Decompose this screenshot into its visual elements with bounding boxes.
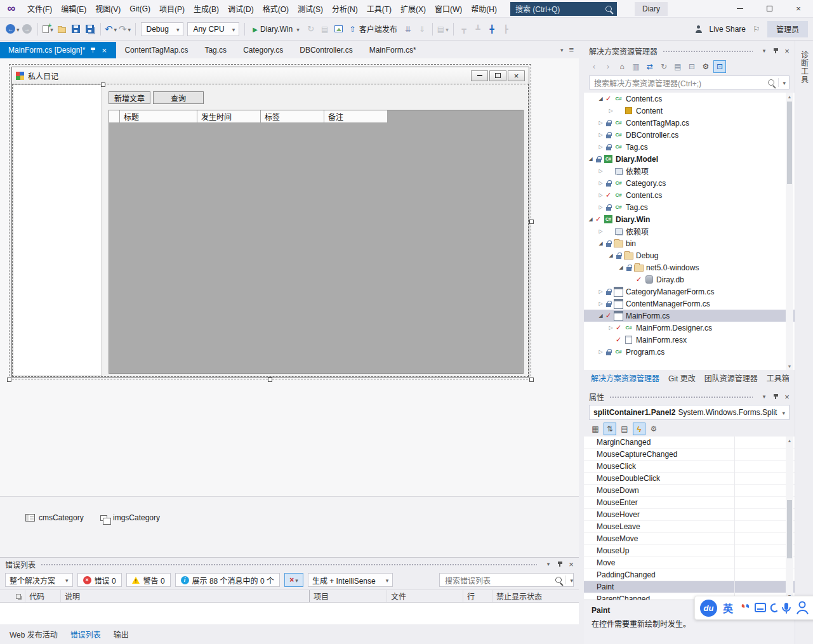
expander-icon[interactable]: [597, 240, 605, 246]
tree-item[interactable]: bin: [584, 237, 795, 249]
expander-icon[interactable]: [597, 204, 605, 210]
tree-item[interactable]: 依赖项: [584, 165, 795, 177]
pin-icon[interactable]: [770, 46, 781, 56]
error-list-search-box[interactable]: 搜索错误列表: [439, 573, 574, 587]
save-all-button[interactable]: [84, 22, 96, 37]
expander-icon[interactable]: [597, 228, 605, 234]
sync-with-active-document-icon[interactable]: ⇄: [644, 60, 656, 73]
event-row[interactable]: PaddingChanged: [584, 569, 795, 581]
close-icon[interactable]: [782, 46, 792, 56]
object-selector-dropdown[interactable]: splitContainer1.Panel2 System.Windows.Fo…: [589, 405, 790, 420]
show-all-files-icon[interactable]: ▤: [671, 60, 684, 73]
person-icon[interactable]: [800, 602, 805, 608]
scroll-up-icon[interactable]: ▲: [788, 93, 792, 100]
scope-dropdown[interactable]: 整个解决方案: [5, 573, 73, 587]
navigate-back-button[interactable]: ←: [6, 22, 20, 37]
refresh-icon[interactable]: ↻: [658, 60, 670, 73]
severity-column-header[interactable]: [0, 590, 25, 602]
expander-icon[interactable]: [607, 108, 615, 114]
navigate-forward-button[interactable]: →: [21, 22, 34, 37]
align-bottoms-button[interactable]: [472, 22, 484, 37]
tree-item[interactable]: Debug: [584, 249, 795, 261]
tree-item[interactable]: Tag.cs: [584, 201, 795, 213]
expander-icon[interactable]: [597, 180, 605, 186]
diagnostic-tools-tab[interactable]: 诊断工具: [799, 51, 810, 84]
split-panel-1[interactable]: [13, 84, 102, 376]
tree-item[interactable]: MainForm.Designer.cs: [584, 322, 795, 334]
tree-item[interactable]: Content.cs: [584, 93, 795, 105]
virtual-keyboard-icon[interactable]: [755, 603, 765, 612]
scrollbar-thumb[interactable]: [787, 102, 792, 184]
menu-item[interactable]: 视图(V): [91, 0, 125, 17]
error-list-body[interactable]: [0, 603, 579, 624]
document-tab[interactable]: MainForm.cs*: [361, 42, 425, 58]
expander-icon[interactable]: [597, 168, 605, 174]
events-view-icon[interactable]: [633, 423, 645, 435]
query-button[interactable]: 查询: [153, 91, 204, 104]
tree-item[interactable]: Diary.Win: [584, 213, 795, 225]
find-in-files-button[interactable]: [437, 22, 449, 37]
chevron-down-icon[interactable]: [570, 575, 573, 584]
close-icon[interactable]: [100, 46, 108, 55]
menu-item[interactable]: 帮助(H): [466, 0, 501, 17]
quote-icon[interactable]: [746, 604, 750, 608]
alphabetical-view-icon[interactable]: [604, 423, 616, 435]
hot-reload-button[interactable]: [305, 22, 317, 37]
expander-icon[interactable]: [617, 265, 625, 270]
save-button[interactable]: [70, 22, 83, 37]
quick-search-box[interactable]: 搜索 (Ctrl+Q): [510, 2, 617, 16]
platform-dropdown[interactable]: Any CPU: [187, 22, 239, 36]
tree-item[interactable]: 依赖项: [584, 225, 795, 237]
tree-item[interactable]: Tag.cs: [584, 141, 795, 153]
tree-scrollbar[interactable]: ▲ ▼: [786, 93, 793, 370]
tree-item[interactable]: Program.cs: [584, 346, 795, 358]
scrollbar-thumb[interactable]: [787, 500, 792, 558]
add-article-button[interactable]: 新增文章: [109, 91, 150, 104]
expander-icon[interactable]: [597, 144, 605, 150]
grid-column-divider[interactable]: [734, 437, 735, 600]
column-header[interactable]: 项目: [310, 590, 387, 602]
live-share-button[interactable]: [692, 22, 705, 37]
resize-handle-bottom-right[interactable]: [529, 378, 534, 382]
messages-filter-button[interactable]: i展示 88 个消息中的 0 个: [175, 573, 280, 587]
expander-icon[interactable]: [597, 301, 605, 306]
event-row[interactable]: MouseLeave: [584, 521, 795, 533]
expander-icon[interactable]: [597, 132, 605, 138]
active-files-dropdown-icon[interactable]: [560, 45, 564, 54]
menu-item[interactable]: 窗口(W): [430, 0, 466, 17]
maximize-button[interactable]: [755, 0, 784, 17]
splitter-handle[interactable]: [101, 82, 105, 87]
split-container[interactable]: 新增文章 查询 标题发生时间标签备注: [12, 84, 529, 377]
menu-item[interactable]: 项目(P): [155, 0, 189, 17]
column-header[interactable]: 代码: [25, 590, 61, 602]
menu-item[interactable]: 格式(O): [258, 0, 293, 17]
scroll-up-icon[interactable]: ▲: [788, 437, 792, 444]
expander-icon[interactable]: [597, 192, 605, 198]
column-header[interactable]: 禁止显示状态: [492, 590, 579, 602]
expander-icon[interactable]: [597, 96, 605, 102]
tool-window-tab[interactable]: Git 更改: [664, 370, 700, 385]
expander-icon[interactable]: [597, 120, 605, 126]
winforms-designer-surface[interactable]: 私人日记 新增文章 查询 标题发生时间标签备注: [0, 58, 579, 496]
collapse-all-icon[interactable]: ⊟: [685, 60, 698, 73]
document-tab[interactable]: Tag.cs: [196, 42, 235, 58]
close-icon[interactable]: [566, 560, 576, 569]
event-row[interactable]: MouseDoubleClick: [584, 473, 795, 485]
expander-icon[interactable]: [597, 289, 605, 294]
properties-wrench-icon[interactable]: ⚙: [699, 60, 712, 73]
tree-item[interactable]: MainForm.cs: [584, 310, 795, 322]
document-tab[interactable]: MainForm.cs [Design]*: [0, 42, 116, 58]
tree-item[interactable]: Content.cs: [584, 189, 795, 201]
event-row[interactable]: MouseUp: [584, 545, 795, 557]
switch-views-icon[interactable]: ▥: [630, 60, 642, 73]
event-row[interactable]: MouseCaptureChanged: [584, 449, 795, 461]
image-watch-button[interactable]: [333, 22, 345, 37]
close-button[interactable]: [784, 0, 813, 17]
configuration-dropdown[interactable]: Debug: [141, 22, 184, 36]
window-menu-icon[interactable]: [543, 560, 553, 569]
tool-window-tab[interactable]: 解决方案资源管理器: [586, 370, 664, 385]
expander-icon[interactable]: [607, 253, 615, 258]
tool-window-tab[interactable]: 团队资源管理器: [700, 370, 762, 385]
tree-item[interactable]: MainForm.resx: [584, 334, 795, 346]
window-list-icon[interactable]: [569, 45, 574, 55]
